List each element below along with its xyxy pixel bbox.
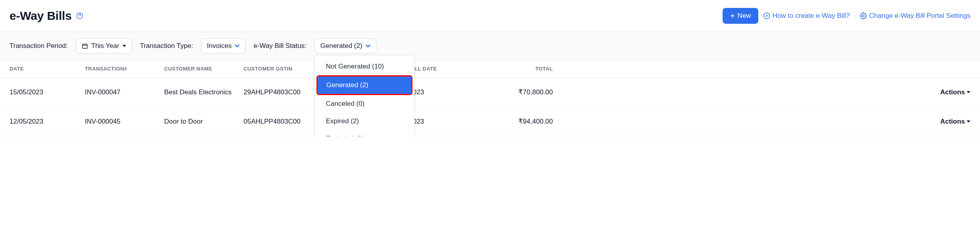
- table-row: 12/05/2023 INV-000045 Door to Door 05AHL…: [0, 107, 980, 136]
- col-header-customer: CUSTOMER NAME: [164, 66, 244, 72]
- col-header-transaction: TRANSACTION#: [85, 66, 164, 72]
- eway-status-dropdown-wrap: Generated (2) Not Generated (10) Generat…: [315, 38, 376, 53]
- caret-down-icon: [967, 91, 970, 93]
- col-header-date: DATE: [10, 66, 85, 72]
- transaction-period-value: This Year: [91, 42, 119, 50]
- transaction-type-label: Transaction Type:: [140, 42, 193, 50]
- eway-bills-table: DATE TRANSACTION# CUSTOMER NAME CUSTOMER…: [0, 60, 980, 136]
- new-button[interactable]: New: [723, 8, 758, 24]
- cell-total: ₹70,800.00: [497, 88, 569, 96]
- cell-transaction: INV-000045: [85, 118, 164, 126]
- status-option-not-generated[interactable]: Not Generated (10): [317, 58, 412, 75]
- page-header: e-Way Bills New How to create e-Way Bill…: [0, 0, 980, 32]
- col-header-total: TOTAL: [497, 66, 569, 72]
- plus-icon: [730, 13, 735, 19]
- play-circle-icon: [763, 12, 770, 19]
- status-option-expired[interactable]: Expired (2): [317, 113, 412, 130]
- page-title: e-Way Bills: [10, 9, 72, 23]
- gear-icon: [860, 12, 867, 19]
- transaction-period-select[interactable]: This Year: [76, 38, 132, 53]
- eway-status-dropdown: Not Generated (10) Generated (2) Cancele…: [315, 55, 414, 136]
- settings-link-label: Change e-Way Bill Portal Settings: [869, 12, 970, 20]
- how-to-link-label: How to create e-Way Bill?: [773, 12, 850, 20]
- how-to-link[interactable]: How to create e-Way Bill?: [763, 12, 850, 20]
- status-option-canceled[interactable]: Canceled (0): [317, 95, 412, 113]
- new-button-label: New: [738, 12, 751, 20]
- cell-total: ₹94,400.00: [497, 117, 569, 126]
- caret-down-icon: [967, 120, 970, 122]
- chevron-down-icon: [366, 44, 370, 48]
- cell-customer: Best Deals Electronics: [164, 88, 244, 96]
- filter-bar: Transaction Period: This Year Transactio…: [0, 32, 980, 60]
- status-option-generated[interactable]: Generated (2): [318, 76, 411, 94]
- svg-rect-7: [82, 44, 87, 48]
- header-actions: New How to create e-Way Bill? Change e-W…: [723, 8, 970, 24]
- highlight-box: Generated (2): [316, 75, 412, 95]
- actions-button[interactable]: Actions: [940, 118, 970, 126]
- svg-marker-11: [123, 45, 126, 47]
- cell-date: 12/05/2023: [10, 118, 85, 126]
- page-title-wrap: e-Way Bills: [10, 9, 84, 23]
- cell-transaction: INV-000047: [85, 88, 164, 96]
- table-row: 15/05/2023 INV-000047 Best Deals Electro…: [0, 78, 980, 107]
- table-header: DATE TRANSACTION# CUSTOMER NAME CUSTOMER…: [0, 60, 980, 78]
- cell-actions: Actions: [569, 88, 970, 96]
- vertical-divider: [855, 10, 855, 21]
- settings-link[interactable]: Change e-Way Bill Portal Settings: [860, 12, 970, 20]
- transaction-period-label: Transaction Period:: [10, 42, 68, 50]
- transaction-type-value: Invoices: [207, 42, 232, 50]
- calendar-icon: [82, 43, 88, 49]
- svg-point-1: [79, 17, 80, 17]
- cell-date: 15/05/2023: [10, 88, 85, 96]
- status-option-excluded[interactable]: Excluded (0): [317, 130, 412, 136]
- chevron-down-icon: [235, 44, 240, 48]
- transaction-type-select[interactable]: Invoices: [201, 38, 245, 53]
- caret-down-icon: [123, 45, 126, 47]
- help-icon[interactable]: [76, 12, 84, 20]
- actions-button-label: Actions: [940, 118, 965, 126]
- cell-actions: Actions: [569, 118, 970, 126]
- eway-status-value: Generated (2): [320, 42, 362, 50]
- eway-status-label: e-Way Bill Status:: [253, 42, 307, 50]
- actions-button-label: Actions: [940, 88, 965, 96]
- actions-button[interactable]: Actions: [940, 88, 970, 96]
- col-header-actions: [569, 66, 970, 72]
- eway-status-select[interactable]: Generated (2): [315, 38, 376, 53]
- cell-customer: Door to Door: [164, 118, 244, 126]
- svg-point-6: [862, 15, 864, 17]
- svg-marker-5: [766, 15, 768, 17]
